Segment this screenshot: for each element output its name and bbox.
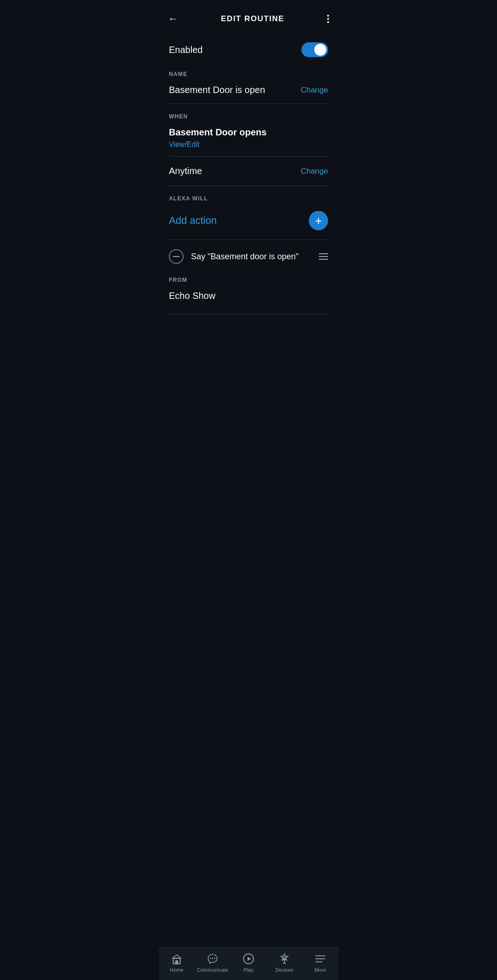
nav-communicate-label: Communicate — [197, 967, 228, 973]
nav-more[interactable]: More — [302, 952, 338, 973]
action-item-row: Say "Basement door is open" — [159, 240, 338, 273]
nav-play[interactable]: Play — [231, 952, 266, 973]
name-row: Basement Door is open Change — [159, 77, 338, 104]
enabled-row: Enabled — [159, 32, 338, 67]
routine-name: Basement Door is open — [169, 85, 265, 95]
nav-devices-label: Devices — [275, 967, 293, 973]
enabled-label: Enabled — [169, 45, 202, 55]
name-section-label: NAME — [159, 67, 338, 77]
svg-rect-2 — [175, 960, 179, 964]
remove-action-button[interactable] — [169, 249, 184, 264]
play-icon — [242, 952, 255, 965]
enabled-toggle[interactable] — [301, 42, 328, 57]
svg-point-5 — [212, 958, 214, 959]
nav-more-label: More — [314, 967, 326, 973]
bottom-nav: Home Communicate Play — [159, 947, 338, 980]
svg-marker-8 — [248, 957, 251, 961]
drag-handle[interactable] — [319, 253, 328, 260]
nav-play-label: Play — [243, 967, 253, 973]
app-header: ← EDIT ROUTINE — [159, 0, 338, 32]
more-icon — [314, 952, 327, 965]
divider-5 — [169, 314, 328, 315]
when-section: Basement Door opens View/Edit — [159, 120, 338, 156]
toggle-knob — [314, 44, 326, 56]
nav-home-label: Home — [170, 967, 183, 973]
drag-line-3 — [319, 259, 328, 260]
svg-marker-3 — [172, 954, 182, 958]
communicate-icon — [206, 952, 219, 965]
time-change-button[interactable]: Change — [301, 167, 328, 176]
minus-icon — [173, 256, 179, 257]
svg-point-4 — [210, 958, 211, 959]
svg-point-6 — [214, 958, 215, 959]
from-label: FROM — [169, 277, 328, 283]
when-section-label: WHEN — [159, 104, 338, 120]
from-device: Echo Show — [169, 285, 328, 314]
page-title: EDIT ROUTINE — [221, 14, 284, 23]
nav-home[interactable]: Home — [159, 952, 195, 973]
nav-communicate[interactable]: Communicate — [195, 952, 231, 973]
add-action-plus-button[interactable]: + — [309, 211, 328, 230]
alexa-will-section-label: ALEXA WILL — [159, 186, 338, 202]
nav-devices[interactable]: Devices — [266, 952, 302, 973]
devices-icon — [278, 952, 291, 965]
more-options-button[interactable] — [327, 15, 329, 23]
home-icon — [170, 952, 183, 965]
anytime-row: Anytime Change — [159, 157, 338, 186]
view-edit-button[interactable]: View/Edit — [169, 140, 199, 149]
name-change-button[interactable]: Change — [301, 86, 328, 95]
time-label: Anytime — [169, 166, 202, 176]
add-action-row: Add action + — [159, 202, 338, 239]
from-section: FROM Echo Show — [159, 273, 338, 314]
drag-line-1 — [319, 253, 328, 254]
action-text: Say "Basement door is open" — [191, 252, 312, 262]
trigger-title: Basement Door opens — [169, 127, 328, 138]
back-button[interactable]: ← — [168, 13, 178, 25]
plus-icon: + — [315, 215, 322, 227]
drag-line-2 — [319, 256, 328, 257]
add-action-button[interactable]: Add action — [169, 215, 217, 227]
